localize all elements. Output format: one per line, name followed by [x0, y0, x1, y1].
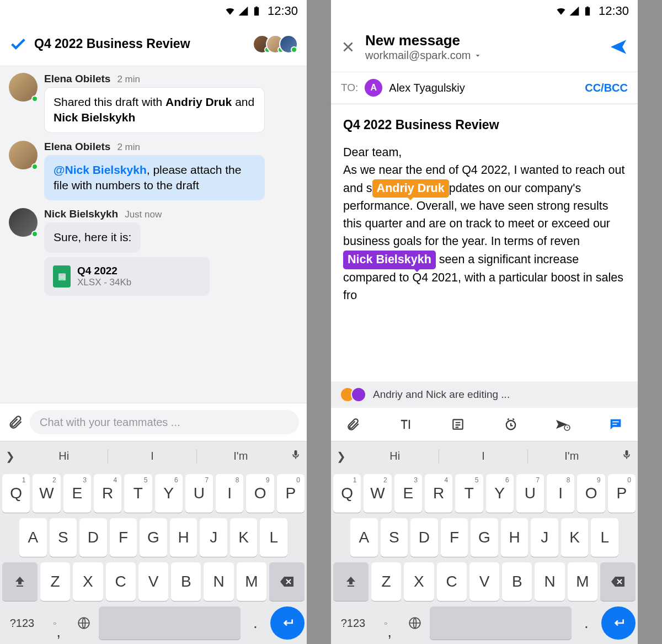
- period-key[interactable]: .: [243, 606, 268, 640]
- participant-avatars[interactable]: [258, 35, 298, 54]
- space-key[interactable]: [430, 606, 572, 640]
- to-field[interactable]: TO: A Alex Tyagulskiy CC/BCC: [331, 72, 638, 103]
- suggestion[interactable]: I'm: [197, 450, 285, 462]
- suggestion[interactable]: Hi: [20, 450, 108, 462]
- message-bubble: @Nick Bielskykh, please attach the file …: [44, 155, 265, 201]
- send-icon[interactable]: [609, 38, 628, 56]
- mention[interactable]: @Nick Bielskykh: [54, 163, 147, 176]
- mic-icon[interactable]: [285, 449, 307, 463]
- key-i[interactable]: 8I: [547, 474, 574, 513]
- key-l[interactable]: L: [591, 518, 618, 557]
- chevron-right-icon[interactable]: ❯: [0, 450, 20, 463]
- schedule-icon[interactable]: [502, 416, 520, 433]
- key-k[interactable]: K: [561, 518, 589, 557]
- key-h[interactable]: H: [501, 518, 528, 557]
- key-z[interactable]: Z: [371, 562, 401, 601]
- compose-body[interactable]: Q4 2022 Business Review Dear team, As we…: [331, 104, 638, 381]
- space-key[interactable]: [99, 606, 241, 640]
- period-key[interactable]: .: [574, 606, 599, 640]
- comma-key[interactable]: ○,: [45, 606, 69, 640]
- key-o[interactable]: 9O: [246, 474, 274, 513]
- key-d[interactable]: D: [79, 518, 107, 557]
- key-z[interactable]: Z: [40, 562, 70, 601]
- comma-key[interactable]: ○,: [376, 606, 400, 640]
- backspace-key[interactable]: [600, 562, 636, 601]
- key-s[interactable]: S: [50, 518, 77, 557]
- key-w[interactable]: 2W: [364, 474, 391, 513]
- key-n[interactable]: N: [204, 562, 233, 601]
- key-r[interactable]: 4R: [94, 474, 121, 513]
- ccbcc-button[interactable]: CC/BCC: [585, 82, 628, 94]
- key-t[interactable]: 5T: [455, 474, 483, 513]
- globe-icon[interactable]: [403, 606, 427, 640]
- key-x[interactable]: X: [404, 562, 434, 601]
- key-t[interactable]: 5T: [124, 474, 152, 513]
- key-v[interactable]: V: [469, 562, 499, 601]
- key-v[interactable]: V: [138, 562, 168, 601]
- key-q[interactable]: 1Q: [333, 474, 361, 513]
- key-s[interactable]: S: [381, 518, 408, 557]
- attachment-icon[interactable]: [8, 414, 23, 430]
- shift-key[interactable]: [333, 562, 369, 601]
- suggestion[interactable]: I: [439, 450, 527, 462]
- key-h[interactable]: H: [170, 518, 197, 557]
- key-c[interactable]: C: [437, 562, 467, 601]
- text-format-icon[interactable]: [397, 416, 414, 433]
- key-q[interactable]: 1Q: [2, 474, 30, 513]
- key-y[interactable]: 6Y: [155, 474, 183, 513]
- key-d[interactable]: D: [410, 518, 438, 557]
- wifi-icon: [225, 6, 236, 17]
- enter-key[interactable]: [601, 606, 636, 640]
- key-r[interactable]: 4R: [425, 474, 452, 513]
- attachment-icon[interactable]: [344, 416, 362, 433]
- symbols-key[interactable]: ?123: [333, 606, 373, 640]
- key-b[interactable]: B: [171, 562, 201, 601]
- globe-icon[interactable]: [72, 606, 96, 640]
- key-g[interactable]: G: [140, 518, 167, 557]
- key-y[interactable]: 6Y: [486, 474, 514, 513]
- mic-icon[interactable]: [616, 449, 638, 463]
- close-icon[interactable]: [341, 40, 355, 54]
- from-account[interactable]: workmail@spark.com: [365, 49, 599, 62]
- avatar: [9, 73, 38, 102]
- file-attachment[interactable]: ▦ Q4 2022 XLSX - 34Kb: [44, 257, 210, 296]
- key-m[interactable]: M: [568, 562, 597, 601]
- key-a[interactable]: A: [350, 518, 378, 557]
- key-p[interactable]: 0P: [608, 474, 636, 513]
- key-e[interactable]: 3E: [394, 474, 422, 513]
- key-u[interactable]: 7U: [185, 474, 213, 513]
- key-p[interactable]: 0P: [277, 474, 305, 513]
- key-n[interactable]: N: [535, 562, 564, 601]
- key-b[interactable]: B: [502, 562, 532, 601]
- key-m[interactable]: M: [237, 562, 266, 601]
- suggestion[interactable]: I: [108, 450, 196, 462]
- key-f[interactable]: F: [110, 518, 137, 557]
- checkmark-icon[interactable]: [9, 35, 28, 54]
- key-i[interactable]: 8I: [216, 474, 243, 513]
- key-j[interactable]: J: [200, 518, 227, 557]
- key-l[interactable]: L: [260, 518, 287, 557]
- chat-icon[interactable]: [607, 416, 624, 433]
- key-c[interactable]: C: [106, 562, 136, 601]
- key-k[interactable]: K: [230, 518, 258, 557]
- key-a[interactable]: A: [19, 518, 47, 557]
- shift-key[interactable]: [2, 562, 38, 601]
- send-later-icon[interactable]: [554, 416, 572, 433]
- suggestion[interactable]: I'm: [528, 450, 616, 462]
- key-f[interactable]: F: [441, 518, 468, 557]
- key-u[interactable]: 7U: [516, 474, 544, 513]
- key-g[interactable]: G: [471, 518, 498, 557]
- chevron-right-icon[interactable]: ❯: [331, 450, 351, 463]
- key-e[interactable]: 3E: [63, 474, 91, 513]
- template-icon[interactable]: [449, 416, 467, 433]
- key-x[interactable]: X: [73, 562, 103, 601]
- key-j[interactable]: J: [531, 518, 558, 557]
- symbols-key[interactable]: ?123: [2, 606, 42, 640]
- key-o[interactable]: 9O: [577, 474, 605, 513]
- backspace-key[interactable]: [269, 562, 305, 601]
- collab-cursor-andriy: Andriy Druk: [372, 179, 449, 198]
- suggestion[interactable]: Hi: [351, 450, 439, 462]
- chat-input[interactable]: Chat with your teammates ...: [30, 410, 299, 434]
- enter-key[interactable]: [270, 606, 305, 640]
- key-w[interactable]: 2W: [33, 474, 60, 513]
